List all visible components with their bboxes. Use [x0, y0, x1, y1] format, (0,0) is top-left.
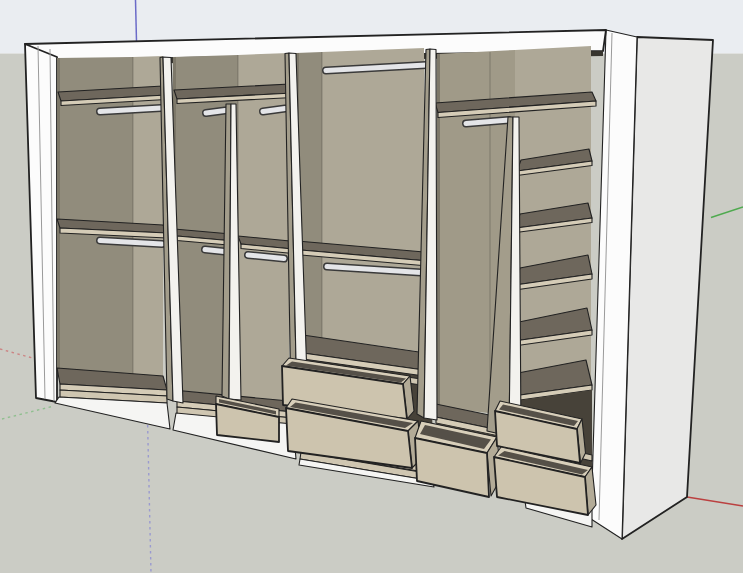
hanging-rail[interactable]	[326, 65, 426, 71]
hanging-rail[interactable]	[100, 241, 162, 245]
side-shadow	[57, 58, 60, 370]
viewport[interactable]	[0, 0, 743, 573]
hanging-rail[interactable]	[206, 111, 225, 114]
hanging-rail[interactable]	[466, 120, 509, 124]
modeling-canvas[interactable]	[0, 0, 743, 573]
hanging-rail[interactable]	[248, 255, 284, 259]
hanging-rail[interactable]	[263, 109, 285, 112]
axis-z-positive	[136, 0, 137, 41]
section-2[interactable]	[173, 53, 296, 459]
section-1[interactable]	[55, 56, 170, 429]
back-panel-light[interactable]	[322, 48, 424, 352]
hanging-rail[interactable]	[100, 108, 161, 112]
